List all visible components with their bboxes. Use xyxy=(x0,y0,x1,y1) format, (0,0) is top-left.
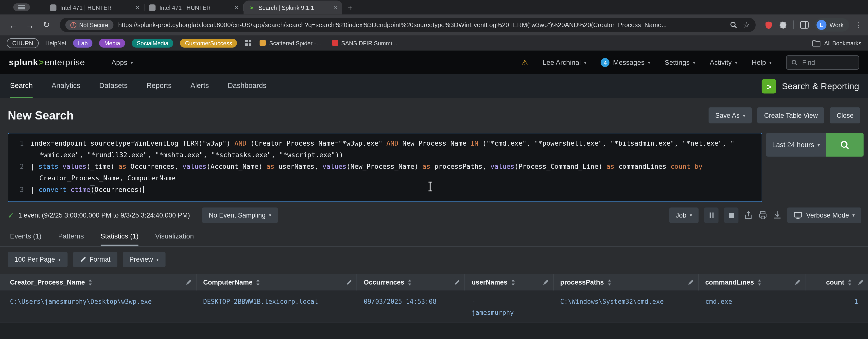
results-tab-visualization[interactable]: Visualization xyxy=(155,228,194,246)
app-identity[interactable]: > Search & Reporting xyxy=(762,74,868,98)
cell-command-lines[interactable]: cmd.exe xyxy=(699,290,806,322)
apps-menu[interactable]: Apps xyxy=(112,59,133,66)
all-bookmarks[interactable]: All Bookmarks xyxy=(812,40,861,46)
help-menu[interactable]: Help xyxy=(752,59,772,66)
app-nav-item-alerts[interactable]: Alerts xyxy=(190,74,209,98)
format-button[interactable]: Format xyxy=(73,252,117,267)
bookmark-item[interactable]: Media xyxy=(99,38,125,47)
profile-chip[interactable]: L Work xyxy=(814,18,849,32)
results-tab-events-1[interactable]: Events (1) xyxy=(10,228,41,246)
column-header-commandlines[interactable]: commandLines xyxy=(699,274,806,290)
search-query-editor[interactable]: 1index=endpoint sourcetype=WinEventLog T… xyxy=(8,133,762,202)
close-button[interactable]: Close xyxy=(830,107,860,123)
edit-column-icon[interactable] xyxy=(688,279,694,285)
extensions-puzzle-icon[interactable] xyxy=(779,21,787,29)
browser-menu-icon[interactable] xyxy=(855,21,862,29)
cell-process-paths[interactable]: C:\Windows\System32\cmd.exe xyxy=(554,290,699,322)
time-range-picker[interactable]: Last 24 hours xyxy=(766,133,826,157)
back-button[interactable] xyxy=(5,20,21,30)
edit-column-icon[interactable] xyxy=(858,279,864,285)
search-mode-button[interactable]: Verbose Mode xyxy=(787,208,861,223)
warning-icon[interactable] xyxy=(521,58,528,67)
tab-close-icon[interactable] xyxy=(135,4,140,11)
url-bar[interactable]: Not Secure https://splunk-prod.cyborglab… xyxy=(60,18,755,32)
find-search-box[interactable] xyxy=(786,55,859,70)
cell-creator-process-name[interactable]: C:\Users\jamesmurphy\Desktop\w3wp.exe xyxy=(0,290,196,322)
job-menu-button[interactable]: Job xyxy=(669,208,699,223)
print-icon[interactable] xyxy=(758,211,768,220)
column-header-processpaths[interactable]: processPaths xyxy=(554,274,699,290)
new-tab-button[interactable] xyxy=(348,3,353,12)
bookmark-item[interactable]: SocialMedia xyxy=(132,38,174,47)
edit-column-icon[interactable] xyxy=(542,279,549,285)
splunk-logo[interactable]: splunk>enterprise xyxy=(9,58,85,67)
apps-grid-icon[interactable] xyxy=(245,39,252,46)
stop-button[interactable] xyxy=(724,208,739,223)
app-nav-item-search[interactable]: Search xyxy=(10,74,33,98)
pause-button[interactable] xyxy=(704,208,719,223)
edit-column-icon[interactable] xyxy=(794,279,801,285)
sort-icon[interactable] xyxy=(847,279,852,285)
browser-tab-intel471-2[interactable]: Intel 471 | HUNTER xyxy=(145,0,243,14)
event-sampling-button[interactable]: No Event Sampling xyxy=(202,208,278,223)
cell-occurrences[interactable]: 09/03/2025 14:53:08 xyxy=(357,290,465,322)
app-nav-item-dashboards[interactable]: Dashboards xyxy=(228,74,267,98)
tab-search-button[interactable] xyxy=(13,3,30,11)
column-header-count[interactable]: count xyxy=(805,274,868,290)
side-panel-icon[interactable] xyxy=(800,21,809,29)
per-page-button[interactable]: 100 Per Page xyxy=(8,252,67,267)
column-header-occurrences[interactable]: Occurrences xyxy=(357,274,465,290)
settings-menu[interactable]: Settings xyxy=(665,59,695,66)
forward-button[interactable] xyxy=(22,20,38,30)
adblock-extension-icon[interactable] xyxy=(764,21,773,29)
bookmarks-links: Scattered Spider -…SANS DFIR Summi… xyxy=(260,40,398,46)
app-nav-item-datasets[interactable]: Datasets xyxy=(99,74,128,98)
user-name-value[interactable]: - xyxy=(472,296,549,307)
bookmark-item[interactable]: Lab xyxy=(73,38,93,47)
cell-computer-name[interactable]: DESKTOP-2BBWW1B.lexicorp.local xyxy=(196,290,357,322)
messages-menu[interactable]: 4 Messages xyxy=(601,58,650,67)
sort-icon[interactable] xyxy=(607,279,612,285)
browser-tab-intel471-1[interactable]: Intel 471 | HUNTER xyxy=(45,0,144,14)
bookmark-star-icon[interactable] xyxy=(743,21,750,29)
cell-count[interactable]: 1 xyxy=(805,290,868,322)
browser-tab-splunk[interactable]: Search | Splunk 9.1.1 xyxy=(244,0,342,14)
app-nav-item-analytics[interactable]: Analytics xyxy=(52,74,80,98)
sort-icon[interactable] xyxy=(88,279,93,285)
sort-icon[interactable] xyxy=(256,279,260,285)
save-as-button[interactable]: Save As xyxy=(709,107,752,123)
sort-icon[interactable] xyxy=(511,279,515,285)
export-icon[interactable] xyxy=(773,211,782,220)
sort-icon[interactable] xyxy=(757,279,762,285)
edit-column-icon[interactable] xyxy=(185,279,191,285)
create-table-view-button[interactable]: Create Table View xyxy=(757,107,825,123)
sort-icon[interactable] xyxy=(408,279,412,285)
security-chip[interactable]: Not Secure xyxy=(65,20,113,30)
find-input[interactable] xyxy=(801,58,853,67)
activity-menu[interactable]: Activity xyxy=(710,59,737,66)
tab-close-icon[interactable] xyxy=(334,4,338,11)
edit-column-icon[interactable] xyxy=(346,279,352,285)
bookmark-item[interactable]: SANS DFIR Summi… xyxy=(332,40,398,46)
bookmark-item[interactable]: Scattered Spider -… xyxy=(260,40,322,46)
edit-column-icon[interactable] xyxy=(454,279,460,285)
bookmark-item[interactable]: CHURN xyxy=(7,38,39,48)
results-tab-patterns[interactable]: Patterns xyxy=(58,228,84,246)
column-header-usernames[interactable]: userNames xyxy=(465,274,554,290)
cell-user-names[interactable]: - jamesmurphy xyxy=(465,290,554,322)
app-nav-item-reports[interactable]: Reports xyxy=(146,74,172,98)
bookmark-item[interactable]: CustomerSuccess xyxy=(180,38,237,47)
table-row[interactable]: C:\Users\jamesmurphy\Desktop\w3wp.exe DE… xyxy=(0,290,868,323)
user-name-value[interactable]: jamesmurphy xyxy=(472,307,549,318)
bookmark-item[interactable]: HelpNet xyxy=(45,40,66,46)
share-icon[interactable] xyxy=(744,211,753,220)
user-menu[interactable]: Lee Archinal xyxy=(543,59,587,66)
column-header-computername[interactable]: ComputerName xyxy=(196,274,357,290)
results-tab-statistics-1[interactable]: Statistics (1) xyxy=(100,228,138,246)
zoom-icon[interactable] xyxy=(730,21,737,29)
tab-close-icon[interactable] xyxy=(235,4,239,11)
column-header-creator-process-name[interactable]: Creator_Process_Name xyxy=(0,274,196,290)
preview-button[interactable]: Preview xyxy=(123,252,165,267)
search-submit-button[interactable] xyxy=(826,133,864,157)
reload-button[interactable] xyxy=(39,20,54,30)
